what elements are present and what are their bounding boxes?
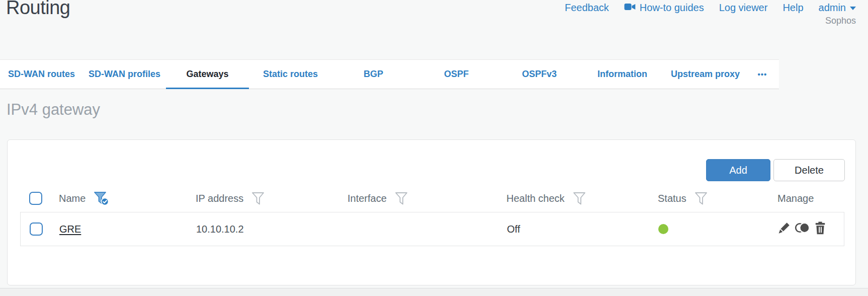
more-tabs-button[interactable]: ••• <box>747 60 778 89</box>
column-health-check-label: Health check <box>506 193 565 204</box>
help-link[interactable]: Help <box>783 2 803 14</box>
log-viewer-label: Log viewer <box>719 2 768 14</box>
column-interface: Interface <box>338 192 497 205</box>
row-health-cell: Off <box>498 224 649 235</box>
admin-menu[interactable]: admin <box>819 2 856 14</box>
routing-page: Routing Feedback How-to guides Log viewe… <box>0 0 868 296</box>
gateway-health-check: Off <box>507 224 520 235</box>
row-name-cell: GRE <box>50 224 187 235</box>
admin-label: admin <box>819 2 846 14</box>
column-name: Name <box>50 191 187 206</box>
filter-icon[interactable] <box>573 192 586 205</box>
edit-icon[interactable] <box>778 221 791 237</box>
column-health-check: Health check <box>497 192 649 205</box>
delete-button[interactable]: Delete <box>773 159 845 181</box>
column-ip-address: IP address <box>187 192 338 205</box>
table-row: GRE 10.10.10.2 Off <box>20 212 844 246</box>
tab-bgp[interactable]: BGP <box>332 60 415 89</box>
row-checkbox[interactable] <box>30 223 43 236</box>
filter-icon[interactable] <box>395 192 408 205</box>
clone-icon[interactable] <box>795 221 810 237</box>
feedback-label: Feedback <box>565 2 609 14</box>
feedback-link[interactable]: Feedback <box>565 2 609 14</box>
howto-guides-link[interactable]: How-to guides <box>624 2 704 14</box>
select-all-checkbox[interactable] <box>29 192 42 205</box>
row-status-cell <box>649 224 769 234</box>
tab-gateways[interactable]: Gateways <box>166 60 249 89</box>
table-header: Name IP address Interfac <box>20 187 844 210</box>
gateway-name-link[interactable]: GRE <box>59 224 81 235</box>
gateway-ip: 10.10.10.2 <box>196 224 244 235</box>
ipv4-gateway-panel: Add Delete Name IP address <box>7 139 856 285</box>
column-ip-address-label: IP address <box>196 193 243 204</box>
top-nav: Feedback How-to guides Log viewer Help a… <box>565 2 856 14</box>
routing-tabbar: SD-WAN routes SD-WAN profiles Gateways S… <box>0 59 779 89</box>
chevron-down-icon <box>850 7 856 10</box>
row-checkbox-cell <box>21 223 50 236</box>
help-label: Help <box>783 2 803 14</box>
status-green-dot <box>658 224 668 234</box>
page-footer-strip <box>0 288 868 296</box>
tab-upstream-proxy[interactable]: Upstream proxy <box>664 60 747 89</box>
row-ip-cell: 10.10.10.2 <box>187 224 339 235</box>
video-camera-icon <box>624 2 636 14</box>
column-interface-label: Interface <box>348 193 387 204</box>
page-title: Routing <box>6 0 70 19</box>
brand-label: Sophos <box>825 16 856 26</box>
add-button[interactable]: Add <box>706 159 770 181</box>
column-manage-label: Manage <box>777 193 814 204</box>
column-status: Status <box>649 192 768 205</box>
filter-active-icon[interactable] <box>94 191 110 206</box>
column-status-label: Status <box>658 193 686 204</box>
header-checkbox-cell <box>20 192 50 205</box>
filter-icon[interactable] <box>695 192 708 205</box>
howto-guides-label: How-to guides <box>640 2 704 14</box>
column-manage: Manage <box>768 193 844 204</box>
filter-icon[interactable] <box>251 192 265 205</box>
tab-static-routes[interactable]: Static routes <box>249 60 332 89</box>
tab-ospfv3[interactable]: OSPFv3 <box>498 60 581 89</box>
trash-icon[interactable] <box>814 221 826 237</box>
column-name-label: Name <box>59 193 85 204</box>
tab-ospf[interactable]: OSPF <box>415 60 498 89</box>
row-manage-cell <box>769 221 844 237</box>
tab-sd-wan-profiles[interactable]: SD-WAN profiles <box>83 60 166 89</box>
section-title: IPv4 gateway <box>7 101 100 119</box>
tab-information[interactable]: Information <box>581 60 664 89</box>
log-viewer-link[interactable]: Log viewer <box>719 2 768 14</box>
tab-sd-wan-routes[interactable]: SD-WAN routes <box>0 60 83 89</box>
